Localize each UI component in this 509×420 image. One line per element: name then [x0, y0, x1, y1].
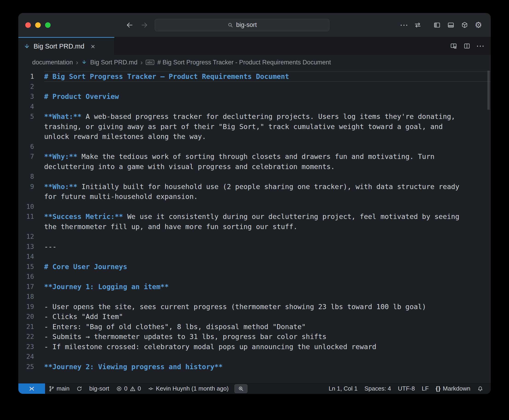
split-editor-icon[interactable]	[462, 41, 472, 51]
maximize-window-button[interactable]	[45, 22, 51, 28]
line-number[interactable]: 10	[18, 202, 34, 212]
line-number[interactable]: 16	[18, 272, 34, 282]
editor-line[interactable]: 19- User opens the site, sees current pr…	[18, 302, 491, 312]
line-content[interactable]: **Journey 2: Viewing progress and histor…	[44, 362, 468, 372]
more-icon[interactable]: ⋯	[399, 20, 409, 30]
git-blame-status[interactable]: Kevin Huynh (1 month ago)	[144, 383, 232, 394]
line-number[interactable]: 20	[18, 312, 34, 322]
line-number[interactable]: 1	[18, 72, 34, 82]
line-number[interactable]: 23	[18, 342, 34, 352]
line-number[interactable]: 15	[18, 262, 34, 272]
line-number[interactable]: 17	[18, 282, 34, 292]
line-content[interactable]: # Big Sort Progress Tracker — Product Re…	[44, 72, 468, 82]
tab-big-sort-prd[interactable]: Big Sort PRD.md ×	[18, 37, 114, 55]
editor-more-icon[interactable]: ⋯	[475, 41, 486, 51]
remote-indicator-button[interactable]	[18, 383, 45, 394]
editor-line[interactable]: 8	[18, 172, 491, 182]
editor-line[interactable]: 1# Big Sort Progress Tracker — Product R…	[18, 72, 491, 82]
line-content[interactable]: ---	[44, 242, 468, 252]
forward-icon[interactable]	[139, 20, 150, 30]
cursor-position-status[interactable]: Ln 1, Col 1	[325, 385, 361, 392]
search-input[interactable]: big-sort	[155, 19, 329, 31]
breadcrumb-folder[interactable]: documentation	[32, 59, 73, 66]
line-content[interactable]: **Why:** Make the tedious work of sortin…	[44, 152, 468, 172]
editor-line[interactable]: 17**Journey 1: Logging an item**	[18, 282, 491, 292]
editor-line[interactable]: 2	[18, 82, 491, 92]
notifications-button[interactable]	[474, 386, 488, 392]
editor-line[interactable]: 16	[18, 272, 491, 282]
editor-line[interactable]: 13---	[18, 242, 491, 252]
line-content[interactable]: - Clicks "Add Item"	[44, 312, 468, 322]
line-number[interactable]: 3	[18, 91, 34, 102]
editor-line[interactable]: 23- If milestone crossed: celebratory mo…	[18, 342, 491, 352]
editor-line[interactable]: 11**Success Metric:** We use it consiste…	[18, 212, 491, 232]
line-number[interactable]: 13	[18, 242, 34, 252]
workspace-status[interactable]: big-sort	[86, 383, 113, 394]
line-number[interactable]: 22	[18, 332, 34, 342]
editor-line[interactable]: 10	[18, 202, 491, 212]
encoding-status[interactable]: UTF-8	[395, 385, 418, 392]
tab-close-icon[interactable]: ×	[91, 43, 95, 50]
line-number[interactable]: 19	[18, 302, 34, 312]
line-content[interactable]: **Success Metric:** We use it consistent…	[44, 212, 468, 232]
editor-line[interactable]: 18	[18, 292, 491, 302]
titlebar[interactable]: big-sort ⋯ ⚙	[18, 13, 491, 37]
line-number[interactable]: 7	[18, 152, 34, 172]
line-content[interactable]: - If milestone crossed: celebratory moda…	[44, 342, 468, 352]
line-number[interactable]: 12	[18, 232, 34, 242]
editor-line[interactable]: 12	[18, 232, 491, 242]
line-number[interactable]: 9	[18, 182, 34, 202]
indentation-status[interactable]: Spaces: 4	[361, 385, 395, 392]
editor[interactable]: 1# Big Sort Progress Tracker — Product R…	[18, 70, 491, 383]
line-number[interactable]: 5	[18, 112, 34, 142]
editor-line[interactable]: 6	[18, 142, 491, 152]
close-window-button[interactable]	[25, 22, 31, 28]
editor-line[interactable]: 7**Why:** Make the tedious work of sorti…	[18, 152, 491, 172]
line-number[interactable]: 21	[18, 322, 34, 332]
line-number[interactable]: 6	[18, 142, 34, 152]
editor-line[interactable]: 5**What:** A web-based progress tracker …	[18, 112, 491, 142]
open-preview-icon[interactable]	[448, 41, 459, 51]
arrows-swap-icon[interactable]	[413, 20, 423, 30]
line-content[interactable]: # Core User Journeys	[44, 262, 468, 272]
editor-line[interactable]: 21- Enters: "Bag of old clothes", 8 lbs,…	[18, 322, 491, 332]
breadcrumb-file[interactable]: Big Sort PRD.md	[90, 59, 138, 66]
line-content[interactable]: - Enters: "Bag of old clothes", 8 lbs, d…	[44, 322, 468, 332]
problems-status[interactable]: 0 0	[113, 383, 144, 394]
line-number[interactable]: 14	[18, 252, 34, 262]
line-content[interactable]: - User opens the site, sees current prog…	[44, 302, 468, 312]
line-number[interactable]: 2	[18, 82, 34, 92]
editor-line[interactable]: 14	[18, 252, 491, 262]
line-content[interactable]: - Submits → thermometer updates to 31 lb…	[44, 332, 468, 342]
editor-line[interactable]: 4	[18, 102, 491, 112]
editor-line[interactable]: 22- Submits → thermometer updates to 31 …	[18, 332, 491, 342]
line-content[interactable]: **Journey 1: Logging an item**	[44, 282, 468, 292]
panel-left-icon[interactable]	[432, 20, 442, 30]
language-status[interactable]: {} Markdown	[432, 385, 474, 392]
sync-button[interactable]	[73, 383, 86, 394]
line-number[interactable]: 25	[18, 362, 34, 372]
editor-line[interactable]: 15# Core User Journeys	[18, 262, 491, 272]
zoom-status-button[interactable]	[235, 384, 247, 393]
eol-status[interactable]: LF	[418, 385, 432, 392]
editor-line[interactable]: 3# Product Overview	[18, 91, 491, 102]
editor-line[interactable]: 24	[18, 352, 491, 362]
back-icon[interactable]	[124, 20, 135, 30]
breadcrumb-symbol[interactable]: # Big Sort Progress Tracker - Product Re…	[157, 59, 331, 66]
editor-line[interactable]: 20- Clicks "Add Item"	[18, 312, 491, 322]
scrollbar-thumb[interactable]	[487, 71, 490, 110]
panel-bottom-icon[interactable]	[446, 20, 456, 30]
line-number[interactable]: 8	[18, 172, 34, 182]
line-content[interactable]: **What:** A web-based progress tracker f…	[44, 112, 468, 142]
line-number[interactable]: 24	[18, 352, 34, 362]
line-content[interactable]: # Product Overview	[44, 91, 468, 102]
line-content[interactable]: **Who:** Initially built for household u…	[44, 182, 468, 202]
cube-icon[interactable]	[459, 20, 470, 30]
line-number[interactable]: 11	[18, 212, 34, 232]
line-number[interactable]: 18	[18, 292, 34, 302]
gear-icon[interactable]: ⚙	[473, 20, 484, 30]
line-number[interactable]: 4	[18, 102, 34, 112]
branch-status[interactable]: main	[45, 383, 73, 394]
editor-line[interactable]: 9**Who:** Initially built for household …	[18, 182, 491, 202]
minimize-window-button[interactable]	[35, 22, 41, 28]
